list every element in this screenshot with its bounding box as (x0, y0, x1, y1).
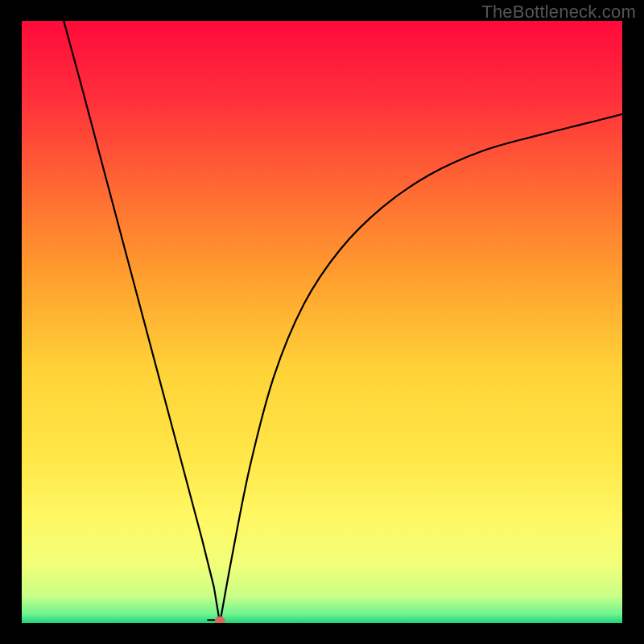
marker-point (215, 617, 225, 623)
chart-canvas (22, 21, 622, 623)
chart-background-gradient (22, 21, 622, 623)
watermark-text: TheBottleneck.com (481, 2, 636, 23)
chart-frame: TheBottleneck.com (0, 0, 644, 644)
